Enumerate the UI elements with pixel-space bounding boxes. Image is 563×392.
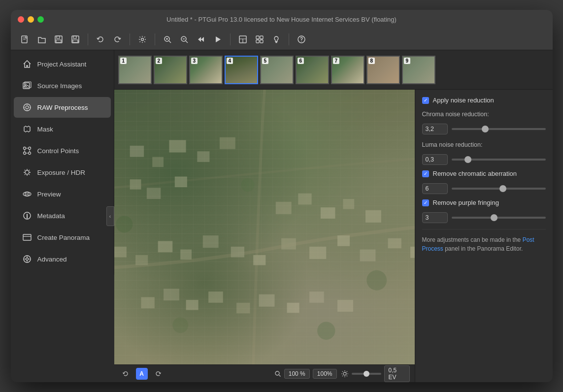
close-button[interactable] bbox=[18, 16, 24, 23]
svg-point-24 bbox=[28, 147, 31, 150]
svg-rect-13 bbox=[260, 36, 263, 39]
toolbar-redo-btn[interactable] bbox=[110, 32, 125, 47]
svg-rect-37 bbox=[169, 140, 186, 152]
svg-rect-52 bbox=[202, 235, 218, 248]
chroma-noise-label: Chroma noise reduction: bbox=[422, 111, 546, 118]
redo-small-btn[interactable] bbox=[152, 367, 165, 380]
svg-rect-15 bbox=[260, 40, 263, 43]
svg-rect-69 bbox=[337, 300, 353, 312]
toolbar-saveas-btn[interactable]: + bbox=[68, 32, 83, 47]
chromatic-aberration-input[interactable] bbox=[422, 183, 448, 194]
svg-point-29 bbox=[26, 194, 28, 195]
toolbar-open-btn[interactable] bbox=[34, 32, 49, 47]
thumbnail-4[interactable]: 4 bbox=[225, 56, 258, 84]
svg-rect-62 bbox=[164, 289, 179, 300]
svg-rect-64 bbox=[208, 292, 223, 303]
sidebar-collapse-button[interactable]: ‹ bbox=[106, 206, 114, 226]
metadata-icon bbox=[22, 210, 33, 221]
sidebar-item-project-assistant[interactable]: Project Assistant bbox=[14, 54, 111, 74]
svg-rect-57 bbox=[337, 235, 350, 246]
luma-noise-slider-row bbox=[422, 154, 546, 165]
toolbar-settings-btn[interactable] bbox=[135, 32, 150, 47]
sidebar-label-exposure-hdr: Exposure / HDR bbox=[37, 169, 86, 176]
svg-rect-48 bbox=[114, 247, 127, 258]
minimize-button[interactable] bbox=[28, 16, 34, 23]
svg-point-71 bbox=[241, 178, 254, 192]
sidebar-label-create-panorama: Create Panorama bbox=[37, 234, 90, 241]
apply-noise-reduction-checkbox[interactable] bbox=[422, 97, 429, 104]
sidebar-item-exposure-hdr[interactable]: Exposure / HDR bbox=[14, 162, 111, 183]
thumbnail-7[interactable]: 7 bbox=[331, 56, 364, 84]
right-panel: Apply noise reduction Chroma noise reduc… bbox=[415, 90, 553, 382]
toolbar-sep-1 bbox=[88, 33, 88, 45]
toolbar-new-btn[interactable] bbox=[18, 32, 33, 47]
sidebar-item-control-points[interactable]: Control Points bbox=[14, 140, 111, 161]
toolbar-play-btn[interactable] bbox=[210, 32, 225, 47]
thumbnail-9[interactable]: 9 bbox=[402, 56, 435, 84]
toolbar-sep-4 bbox=[230, 33, 231, 45]
undo-small-btn[interactable] bbox=[119, 367, 132, 380]
toolbar-lightbulb-btn[interactable] bbox=[269, 32, 284, 47]
sidebar-item-source-images[interactable]: Source Images bbox=[14, 75, 111, 96]
svg-point-77 bbox=[343, 372, 346, 375]
sidebar-label-control-points: Control Points bbox=[37, 147, 79, 155]
toolbar-sep-3 bbox=[155, 33, 155, 45]
thumbnail-8[interactable]: 8 bbox=[366, 56, 400, 84]
toolbar-help-btn[interactable] bbox=[294, 32, 309, 47]
sidebar-item-advanced[interactable]: Advanced bbox=[14, 249, 111, 269]
chroma-noise-slider[interactable] bbox=[452, 128, 546, 130]
luma-noise-label: Luma noise reduction: bbox=[422, 141, 546, 148]
thumb-num-4: 4 bbox=[227, 58, 233, 64]
brightness-slider[interactable] bbox=[352, 373, 381, 375]
thumb-num-9: 9 bbox=[404, 58, 411, 64]
svg-point-76 bbox=[275, 371, 279, 375]
zoom-percent[interactable]: 100 % bbox=[284, 369, 310, 379]
bottom-bar: A 100 bbox=[114, 364, 415, 382]
luma-noise-slider[interactable] bbox=[452, 159, 546, 161]
thumbnail-6[interactable]: 6 bbox=[296, 56, 329, 84]
svg-point-21 bbox=[24, 104, 31, 111]
toolbar-zoomin-btn[interactable] bbox=[160, 32, 175, 47]
thumbnail-2[interactable]: 2 bbox=[154, 56, 187, 84]
svg-rect-36 bbox=[152, 157, 164, 167]
sidebar-item-metadata[interactable]: Metadata bbox=[14, 205, 111, 226]
thumbnail-3[interactable]: 3 bbox=[189, 56, 223, 84]
sidebar-item-create-panorama[interactable]: Create Panorama bbox=[14, 227, 111, 248]
preview-icon bbox=[22, 189, 33, 199]
luma-noise-input[interactable] bbox=[422, 154, 448, 165]
chromatic-aberration-slider[interactable] bbox=[452, 188, 546, 190]
toolbar-grid-btn[interactable] bbox=[252, 32, 267, 47]
zoom-percent2[interactable]: 100% bbox=[313, 369, 337, 379]
purple-fringing-checkbox[interactable] bbox=[422, 199, 429, 206]
toolbar-save-btn[interactable] bbox=[51, 32, 66, 47]
toolbar-zoomout-btn[interactable] bbox=[177, 32, 192, 47]
svg-rect-67 bbox=[287, 303, 299, 313]
svg-rect-56 bbox=[309, 247, 326, 259]
sidebar-item-mask[interactable]: Mask bbox=[14, 119, 111, 139]
purple-fringing-slider[interactable] bbox=[452, 217, 546, 219]
sidebar-label-source-images: Source Images bbox=[37, 82, 82, 90]
svg-rect-58 bbox=[360, 250, 375, 261]
main-image-view[interactable] bbox=[114, 90, 415, 364]
window-title: Untitled * - PTGui Pro 13.0 licensed to … bbox=[166, 16, 397, 23]
info-text-after: panel in the Panorama Editor. bbox=[443, 245, 523, 252]
raw-icon bbox=[22, 102, 33, 113]
svg-rect-41 bbox=[146, 188, 160, 199]
auto-btn[interactable]: A bbox=[136, 368, 148, 380]
titlebar: Untitled * - PTGui Pro 13.0 licensed to … bbox=[11, 10, 553, 29]
purple-fringing-input[interactable] bbox=[422, 212, 448, 223]
thumbnail-5[interactable]: 5 bbox=[260, 56, 294, 84]
toolbar-undo-btn[interactable] bbox=[93, 32, 108, 47]
toolbar-layout1-btn[interactable] bbox=[235, 32, 250, 47]
chroma-noise-input[interactable] bbox=[422, 124, 448, 134]
sidebar-item-raw-preprocess[interactable]: RAW Preprocess bbox=[14, 97, 111, 118]
panel-divider bbox=[422, 229, 546, 229]
maximize-button[interactable] bbox=[37, 16, 44, 23]
sidebar-item-preview[interactable]: Preview bbox=[14, 184, 111, 204]
svg-point-20 bbox=[25, 84, 26, 86]
thumbnail-1[interactable]: 1 bbox=[118, 56, 152, 84]
svg-rect-51 bbox=[180, 250, 192, 260]
image-strip: 1 2 3 bbox=[114, 50, 553, 90]
chromatic-aberration-checkbox[interactable] bbox=[422, 170, 429, 177]
toolbar-rewind-btn[interactable] bbox=[194, 32, 208, 47]
